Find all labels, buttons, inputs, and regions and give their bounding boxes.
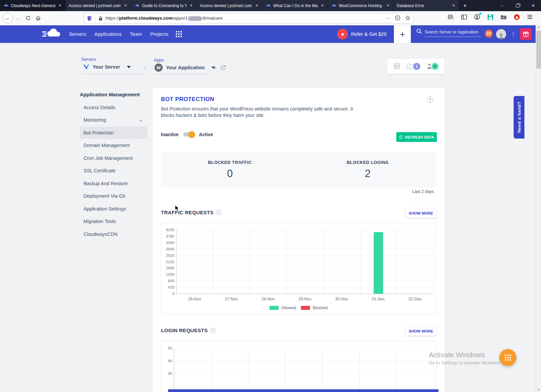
- gift-button[interactable]: [520, 28, 532, 40]
- sidebar-item-migration-tools[interactable]: Migration Tools: [80, 215, 147, 227]
- blocker-extension-icon[interactable]: [512, 13, 521, 21]
- sidebar-item-cloudwayscdn[interactable]: CloudwaysCDN: [80, 228, 147, 240]
- browser-tab[interactable]: WooCommerce Hosting -✕: [328, 0, 394, 11]
- scrollbar-up-arrow-icon[interactable]: ⌃: [536, 26, 541, 30]
- tab-close-icon[interactable]: ✕: [189, 3, 193, 8]
- server-selector[interactable]: Your Server: [83, 64, 131, 70]
- sidebar-item-ssl-certificate[interactable]: SSL Certificate: [80, 165, 147, 177]
- nav-item-team[interactable]: Team: [130, 31, 142, 37]
- login-show-more-button[interactable]: SHOW MORE: [405, 326, 437, 336]
- scrollbar-down-arrow-icon[interactable]: ⌄: [536, 387, 541, 391]
- tab-close-icon[interactable]: ✕: [386, 3, 390, 8]
- sidebar-item-monitoring[interactable]: Monitoring⌄: [80, 114, 147, 126]
- tab-close-icon[interactable]: ✕: [451, 3, 456, 8]
- sidebar-item-deployment-via-git[interactable]: Deployment Via Git: [80, 190, 147, 202]
- tracking-protection-shield-icon[interactable]: [87, 16, 92, 21]
- browser-tab[interactable]: Access denied | pctmart.com✕: [197, 0, 262, 11]
- forward-button[interactable]: →: [13, 13, 23, 23]
- bookmark-star-icon[interactable]: [405, 15, 410, 22]
- more-options-kebab-icon[interactable]: ⋮: [510, 31, 516, 38]
- browser-tab[interactable]: Access denied | pctmart.com✕: [66, 0, 131, 11]
- new-tab-button[interactable]: +: [459, 0, 471, 11]
- home-button[interactable]: [33, 13, 43, 23]
- url-redacted-segment: [188, 16, 202, 21]
- tab-favicon-cloud-icon: [134, 4, 140, 8]
- sidebar-item-label: Bot Protection: [84, 130, 147, 136]
- open-application-external-link-icon[interactable]: [220, 65, 226, 72]
- tab-close-icon[interactable]: ✕: [255, 3, 259, 8]
- floating-apps-button[interactable]: [499, 349, 516, 366]
- sidebars-icon[interactable]: [460, 13, 468, 21]
- nav-item-applications[interactable]: Applications: [94, 31, 122, 37]
- cloudways-logo-icon[interactable]: [42, 28, 62, 40]
- team-members-summary[interactable]: 0: [426, 63, 439, 70]
- need-a-hand-label: Need a hand?: [517, 101, 522, 133]
- reload-button[interactable]: [23, 13, 33, 23]
- url-text: https://platform.cloudways.com/apps/16/m…: [105, 16, 222, 21]
- tab-close-icon[interactable]: ✕: [58, 3, 62, 8]
- search-icon[interactable]: [416, 28, 422, 37]
- browser-tab[interactable]: Cloudways Next-Generati✕: [0, 0, 66, 11]
- wordpress-icon: W: [155, 64, 163, 72]
- user-avatar[interactable]: [496, 29, 506, 39]
- save-extension-icon[interactable]: [486, 13, 495, 21]
- browser-tab[interactable]: Guide to Connecting to Yo✕: [131, 0, 197, 11]
- nav-item-projects[interactable]: Projects: [150, 31, 168, 37]
- back-button[interactable]: ←: [3, 13, 13, 23]
- browser-tab[interactable]: What Can I Do in the Man✕: [262, 0, 328, 11]
- refresh-data-button[interactable]: REFRESH DATA: [396, 132, 437, 142]
- sidebar-item-application-settings[interactable]: Application Settings: [80, 203, 147, 215]
- search-input[interactable]: Search Server or Application: [425, 30, 481, 37]
- reload-icon: [26, 16, 31, 21]
- legend-swatch-icon: [301, 306, 310, 310]
- tab-title: Guide to Connecting to Yo: [142, 3, 187, 8]
- notification-count-badge[interactable]: 22: [485, 30, 493, 38]
- login-info-icon[interactable]: i: [210, 328, 215, 333]
- browser-tab[interactable]: Database Error✕: [394, 0, 459, 11]
- need-a-hand-tab[interactable]: Need a hand?: [514, 96, 524, 139]
- y-axis-tick-label: 2100: [161, 260, 174, 264]
- projects-folder-summary[interactable]: AAA 1: [406, 63, 420, 70]
- url-host: platform.cloudways.com: [119, 16, 173, 21]
- refer-button[interactable]: ♥ Refer & Get $20: [337, 29, 386, 40]
- window-restore-button[interactable]: [510, 0, 525, 11]
- folder-extension-icon[interactable]: [499, 13, 508, 21]
- home-icon: [36, 16, 41, 21]
- account-icon[interactable]: [473, 13, 481, 21]
- tab-favicon-cloud-icon: [265, 4, 271, 8]
- bot-protection-toggle[interactable]: [183, 132, 194, 137]
- chart-gridline-horizontal: [174, 348, 433, 348]
- tab-title: Cloudways Next-Generati: [11, 3, 55, 8]
- chart-gridline-vertical: [396, 348, 397, 392]
- tab-close-icon[interactable]: ✕: [320, 3, 325, 8]
- page-actions-icon[interactable]: ⋯: [385, 15, 390, 21]
- tab-close-icon[interactable]: ✕: [123, 3, 128, 8]
- traffic-show-more-button[interactable]: SHOW MORE: [405, 209, 437, 218]
- blocked-stats-panel: BLOCKED TRAFFIC 0 BLOCKED LOGINS 2: [161, 152, 437, 187]
- nav-item-servers[interactable]: Servers: [69, 31, 86, 37]
- pocket-icon[interactable]: [395, 15, 400, 22]
- page-scrollbar[interactable]: ⌃ ⌄: [536, 25, 541, 392]
- edit-application-pencil-icon[interactable]: ✎: [213, 65, 217, 71]
- tab-title: Access denied | pctmart.com: [69, 3, 121, 8]
- sidebar-item-domain-management[interactable]: Domain Management: [80, 139, 147, 151]
- add-server-button[interactable]: +: [394, 25, 411, 43]
- sidebar-item-label: Application Settings: [84, 206, 147, 212]
- url-bar[interactable]: https://platform.cloudways.com/apps/16/m…: [84, 13, 414, 23]
- apps-grid-icon[interactable]: [176, 31, 182, 37]
- library-icon[interactable]: [446, 13, 455, 21]
- scrollbar-thumb[interactable]: [536, 31, 541, 69]
- window-minimize-button[interactable]: –: [494, 0, 510, 11]
- sidebar-item-cron-job-management[interactable]: Cron Job Management: [80, 152, 147, 164]
- menu-hamburger-icon[interactable]: [525, 13, 534, 21]
- help-icon[interactable]: ?: [427, 96, 433, 103]
- sidebar-item-access-details[interactable]: Access Details: [80, 101, 147, 114]
- window-close-button[interactable]: ✕: [525, 0, 541, 11]
- sidebar-menu: Access DetailsMonitoring⌄Bot ProtectionD…: [80, 101, 147, 240]
- sidebar-item-bot-protection[interactable]: Bot Protection: [80, 127, 147, 139]
- server-rack-summary[interactable]: [393, 63, 401, 70]
- traffic-info-icon[interactable]: i: [216, 210, 221, 215]
- lock-icon[interactable]: [98, 16, 103, 21]
- sidebar-item-backup-and-restore[interactable]: Backup And Restore: [80, 177, 147, 190]
- application-selector[interactable]: W Your Application: [155, 64, 215, 72]
